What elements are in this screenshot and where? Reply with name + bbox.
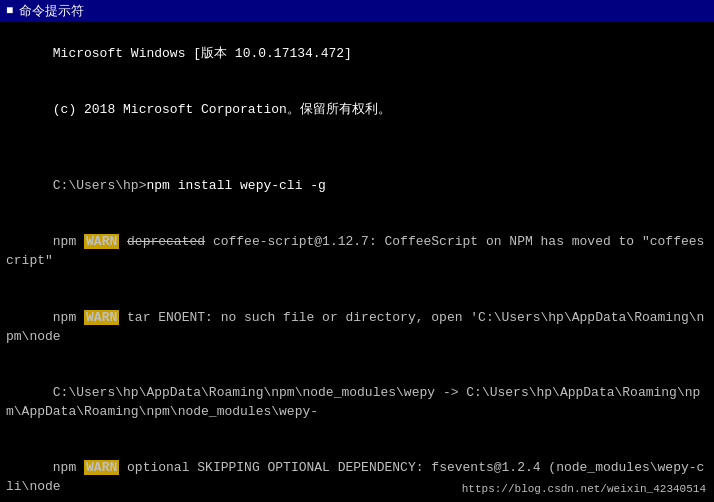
watermark: https://blog.csdn.net/weixin_42340514 [462,482,706,498]
title-bar-text: 命令提示符 [19,2,84,20]
title-bar: ■ 命令提示符 [0,0,714,22]
line-blank-1 [6,139,708,158]
terminal-window: ■ 命令提示符 Microsoft Windows [版本 10.0.17134… [0,0,714,502]
line-2: (c) 2018 Microsoft Corporation。保留所有权利。 [6,83,708,140]
line-warn-2: npm WARN tar ENOENT: no such file or dir… [6,290,708,365]
title-bar-icon: ■ [6,4,13,18]
line-7: C:\Users\hp\AppData\Roaming\npm\node_mod… [6,365,708,440]
line-1: Microsoft Windows [版本 10.0.17134.472] [6,26,708,83]
terminal-body[interactable]: Microsoft Windows [版本 10.0.17134.472] (c… [0,22,714,502]
line-cmd-1: C:\Users\hp>npm install wepy-cli -g [6,158,708,215]
line-warn-1: npm WARN deprecated coffee-script@1.12.7… [6,214,708,289]
